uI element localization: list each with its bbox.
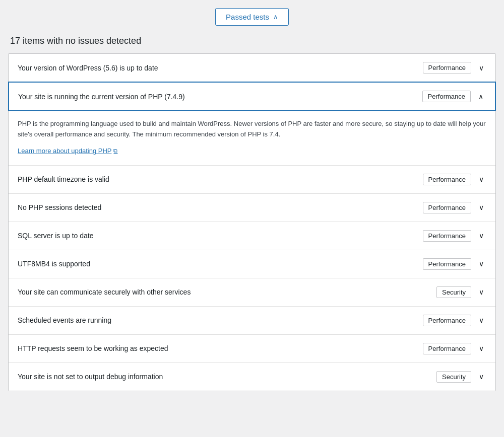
chevron-down-icon: ∨ [476,260,486,268]
test-item-right: Performance∨ [423,62,486,74]
items-container: Your version of WordPress (5.6) is up to… [8,53,496,391]
test-item: Scheduled events are runningPerformance∨ [9,307,495,335]
page-wrapper: Passed tests ∧ 17 items with no issues d… [0,0,504,437]
test-item: SQL server is up to datePerformance∨ [9,222,495,250]
passed-tests-section: Passed tests ∧ [8,8,496,26]
tag-badge-performance: Performance [423,230,471,242]
test-item-right: Performance∨ [423,343,486,354]
test-item: PHP default timezone is validPerformance… [9,166,495,194]
test-item-right: Security∨ [436,371,486,383]
learn-more-text: Learn more about updating PHP [18,147,111,155]
test-item-label: Your site is running the current version… [18,93,185,101]
test-item-header-secure-communication[interactable]: Your site can communicate securely with … [9,278,495,306]
test-item: Your site is running the current version… [9,82,495,166]
tag-badge-security: Security [436,371,471,383]
tag-badge-performance: Performance [423,62,471,74]
test-item-header-wordpress-version[interactable]: Your version of WordPress (5.6) is up to… [9,54,495,82]
test-item-right: Performance∨ [423,174,486,185]
tag-badge-performance: Performance [423,202,471,213]
test-item-label: Your version of WordPress (5.6) is up to… [18,64,158,72]
tag-badge-performance: Performance [422,91,471,102]
tag-badge-performance: Performance [423,174,471,185]
test-item-label: UTF8MB4 is supported [18,260,90,268]
test-item-label: HTTP requests seem to be working as expe… [18,344,168,352]
test-item-description: PHP is the programming language used to … [18,118,486,140]
test-item-right: Performance∧ [422,91,486,102]
tag-badge-security: Security [436,286,471,298]
chevron-up-icon: ∧ [273,13,278,21]
test-item: No PHP sessions detectedPerformance∨ [9,194,495,222]
test-item-right: Performance∨ [423,202,486,213]
test-item-header-php-version[interactable]: Your site is running the current version… [8,82,496,111]
chevron-down-icon: ∨ [476,344,486,352]
section-title: 17 items with no issues detected [8,36,496,46]
chevron-up-icon: ∧ [476,93,486,101]
chevron-down-icon: ∨ [476,203,486,211]
test-item: Your site can communicate securely with … [9,278,495,307]
passed-tests-label: Passed tests [226,13,269,21]
test-item-header-http-requests[interactable]: HTTP requests seem to be working as expe… [9,335,495,362]
test-item-label: PHP default timezone is valid [18,175,109,183]
test-item: Your version of WordPress (5.6) is up to… [9,54,495,82]
chevron-down-icon: ∨ [476,288,486,296]
chevron-down-icon: ∨ [476,373,486,381]
test-item-right: Security∨ [436,286,486,298]
chevron-down-icon: ∨ [476,232,486,240]
test-item-label: Scheduled events are running [18,316,111,324]
test-item: UTF8MB4 is supportedPerformance∨ [9,250,495,278]
test-item-header-php-timezone[interactable]: PHP default timezone is validPerformance… [9,166,495,193]
tag-badge-performance: Performance [423,343,471,354]
tag-badge-performance: Performance [423,258,471,270]
test-item-right: Performance∨ [423,230,486,242]
test-item: HTTP requests seem to be working as expe… [9,335,495,363]
test-item-right: Performance∨ [423,258,486,270]
chevron-down-icon: ∨ [476,64,486,72]
test-item-right: Performance∨ [423,315,486,326]
chevron-down-icon: ∨ [476,175,486,183]
external-link-icon: ⧉ [113,148,117,154]
test-item-header-sql-server[interactable]: SQL server is up to datePerformance∨ [9,222,495,250]
test-item-header-utf8mb4[interactable]: UTF8MB4 is supportedPerformance∨ [9,250,495,278]
learn-more-link[interactable]: Learn more about updating PHP⧉ [18,147,117,155]
test-item-header-php-sessions[interactable]: No PHP sessions detectedPerformance∨ [9,194,495,222]
test-item-label: No PHP sessions detected [18,203,101,211]
test-item-body: PHP is the programming language used to … [9,111,495,165]
test-item: Your site is not set to output debug inf… [9,363,495,391]
tag-badge-performance: Performance [423,315,471,326]
test-item-label: Your site is not set to output debug inf… [18,373,163,381]
test-item-label: Your site can communicate securely with … [18,288,191,296]
test-item-header-debug-info[interactable]: Your site is not set to output debug inf… [9,363,495,391]
test-item-header-scheduled-events[interactable]: Scheduled events are runningPerformance∨ [9,307,495,334]
chevron-down-icon: ∨ [476,316,486,324]
test-item-label: SQL server is up to date [18,232,93,240]
passed-tests-button[interactable]: Passed tests ∧ [215,8,289,26]
